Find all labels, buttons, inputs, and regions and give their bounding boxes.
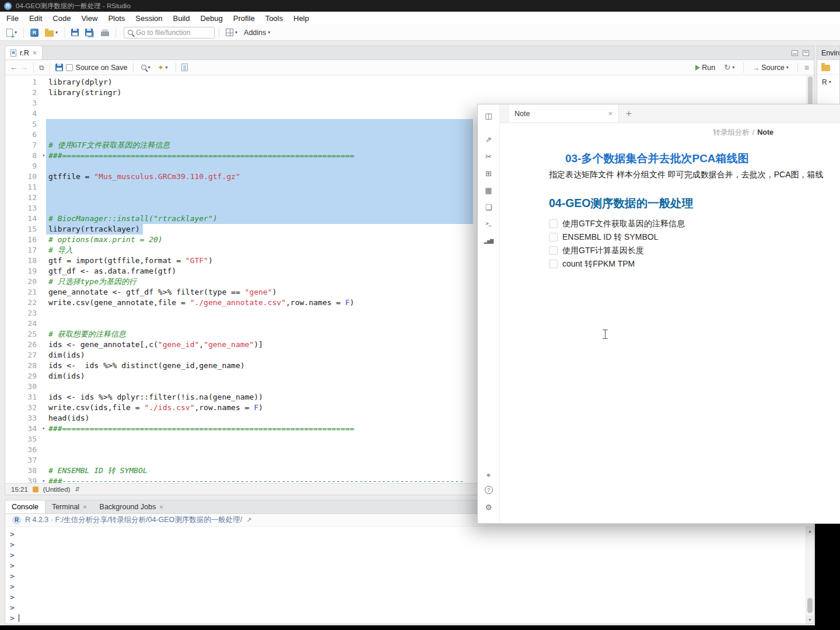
minimize-pane-icon[interactable] bbox=[792, 50, 798, 56]
line-number[interactable]: 39▾ bbox=[5, 476, 37, 483]
line-number[interactable]: 4 bbox=[5, 108, 37, 119]
fold-arrow-icon[interactable]: ▾ bbox=[42, 424, 45, 434]
document-outline-icon[interactable]: ≡ bbox=[804, 63, 809, 72]
back-arrow-icon[interactable]: ← bbox=[10, 63, 18, 72]
scrollbar-thumb[interactable] bbox=[807, 598, 813, 613]
line-number[interactable]: 12 bbox=[5, 192, 37, 203]
goto-file-input[interactable] bbox=[136, 29, 211, 37]
source-on-save-checkbox[interactable] bbox=[66, 64, 73, 71]
new-file-button[interactable]: ▾ bbox=[4, 27, 19, 38]
line-number[interactable]: 16 bbox=[5, 235, 37, 245]
section-label[interactable]: (Untitled) bbox=[43, 486, 71, 493]
line-number[interactable]: 38 bbox=[5, 466, 37, 476]
line-number[interactable]: 19 bbox=[5, 266, 37, 276]
save-button[interactable] bbox=[69, 27, 81, 38]
line-number[interactable]: 1 bbox=[5, 77, 37, 88]
save-icon[interactable] bbox=[55, 64, 63, 71]
console-body[interactable]: >>>>>>>>> bbox=[5, 527, 806, 624]
line-number[interactable]: 31 bbox=[5, 392, 37, 402]
menu-code[interactable]: Code bbox=[47, 13, 76, 24]
note-content[interactable]: 03-多个数据集合并去批次PCA箱线图 指定表达矩阵文件 样本分组文件 即可完成… bbox=[500, 142, 840, 523]
maximize-pane-icon[interactable] bbox=[803, 50, 809, 56]
scroll-down-icon[interactable]: ▼ bbox=[806, 615, 814, 624]
save-all-button[interactable] bbox=[83, 27, 97, 38]
line-number[interactable]: 17 bbox=[5, 245, 37, 256]
breadcrumb-parent[interactable]: 转录组分析 bbox=[713, 128, 750, 138]
help-icon[interactable]: ? bbox=[485, 486, 493, 494]
line-number[interactable]: 28 bbox=[5, 360, 37, 371]
open-file-button[interactable]: ▾ bbox=[43, 27, 60, 38]
line-number[interactable]: 5 bbox=[5, 119, 37, 130]
addins-button[interactable]: Addins ▾ bbox=[242, 27, 272, 38]
scroll-up-icon[interactable]: ▲ bbox=[806, 527, 814, 535]
copy-icon[interactable]: ❏ bbox=[482, 201, 495, 214]
menu-debug[interactable]: Debug bbox=[195, 13, 228, 24]
checklist-item[interactable]: ENSEMBL ID 转 SYMBOL bbox=[549, 230, 840, 244]
line-number[interactable]: 6 bbox=[5, 130, 37, 140]
fold-arrow-icon[interactable]: ▾ bbox=[42, 150, 45, 161]
pane-layout-button[interactable]: ▾ bbox=[223, 27, 240, 38]
checkbox-icon[interactable] bbox=[549, 233, 558, 242]
menu-file[interactable]: File bbox=[1, 13, 24, 24]
line-number[interactable]: 22 bbox=[5, 298, 37, 308]
line-number[interactable]: 26 bbox=[5, 340, 37, 350]
line-number[interactable]: 34▾ bbox=[5, 424, 37, 434]
tab-background-jobs[interactable]: Background Jobs× bbox=[93, 501, 170, 513]
sidebar-toggle-icon[interactable]: ◫ bbox=[482, 109, 495, 122]
rerun-button[interactable]: ↻ ▾ bbox=[722, 61, 737, 74]
code-tools-button[interactable]: ✦ ▾ bbox=[156, 62, 170, 74]
line-number[interactable]: 24 bbox=[5, 318, 37, 329]
environment-pane-header[interactable]: Environment bbox=[817, 46, 839, 60]
close-icon[interactable]: × bbox=[83, 503, 86, 510]
terminal-icon[interactable]: >_ bbox=[482, 218, 495, 230]
line-number[interactable]: 21 bbox=[5, 287, 37, 298]
line-number[interactable]: 10 bbox=[5, 172, 37, 182]
section-nav-icon[interactable]: ⇵ bbox=[75, 486, 79, 492]
environment-language-selector[interactable]: R ▾ bbox=[817, 75, 839, 86]
menu-tools[interactable]: Tools bbox=[260, 13, 288, 24]
code-line[interactable]: library(stringr) bbox=[48, 88, 806, 98]
checkbox-icon[interactable] bbox=[549, 219, 558, 228]
location-icon[interactable]: ⌖ bbox=[482, 469, 495, 482]
tab-note[interactable]: Note × bbox=[508, 104, 619, 123]
line-number[interactable]: 37 bbox=[5, 455, 37, 466]
tab-r-script[interactable]: R r.R × bbox=[5, 46, 43, 60]
menu-view[interactable]: View bbox=[76, 13, 103, 24]
share-icon[interactable]: ⇗ bbox=[482, 133, 495, 146]
goto-file-box[interactable] bbox=[124, 27, 215, 38]
checkbox-icon[interactable] bbox=[549, 246, 558, 255]
line-number[interactable]: 23 bbox=[5, 308, 37, 318]
menu-edit[interactable]: Edit bbox=[24, 13, 47, 24]
forward-arrow-icon[interactable]: → bbox=[20, 63, 28, 72]
console-scrollbar[interactable]: ▲ ▼ bbox=[806, 527, 814, 624]
load-workspace-icon[interactable] bbox=[821, 65, 830, 71]
line-number[interactable]: 7 bbox=[5, 140, 37, 150]
tab-console[interactable]: Console bbox=[5, 501, 46, 513]
compile-report-icon[interactable] bbox=[181, 64, 188, 71]
breadcrumb-current[interactable]: Note bbox=[757, 128, 774, 136]
chart-icon[interactable]: ▂▅▇ bbox=[482, 235, 495, 247]
print-button[interactable] bbox=[99, 27, 111, 38]
line-number[interactable]: 3 bbox=[5, 98, 37, 108]
menu-build[interactable]: Build bbox=[168, 13, 195, 24]
run-button[interactable]: Run bbox=[693, 62, 718, 74]
close-icon[interactable]: × bbox=[159, 503, 163, 510]
find-replace-button[interactable]: ▾ bbox=[139, 63, 153, 72]
open-directory-icon[interactable]: ↗ bbox=[246, 516, 251, 524]
settings-icon[interactable]: ⚙ bbox=[482, 501, 495, 513]
menu-session[interactable]: Session bbox=[130, 13, 167, 24]
line-number[interactable]: 35 bbox=[5, 434, 37, 444]
close-icon[interactable]: × bbox=[33, 49, 37, 57]
line-number[interactable]: 9 bbox=[5, 161, 37, 172]
checklist-item[interactable]: 使用GTF计算基因长度 bbox=[549, 244, 840, 257]
line-number[interactable]: 33 bbox=[5, 413, 37, 424]
line-number[interactable]: 11 bbox=[5, 182, 37, 192]
popout-icon[interactable]: ⧉ bbox=[39, 64, 44, 72]
new-tab-button[interactable]: + bbox=[619, 104, 639, 123]
line-number[interactable]: 30 bbox=[5, 382, 37, 392]
scissors-icon[interactable]: ✂ bbox=[482, 150, 495, 163]
line-number[interactable]: 32 bbox=[5, 402, 37, 413]
close-icon[interactable]: × bbox=[608, 109, 612, 118]
line-number[interactable]: 20 bbox=[5, 276, 37, 287]
menu-help[interactable]: Help bbox=[288, 13, 314, 24]
